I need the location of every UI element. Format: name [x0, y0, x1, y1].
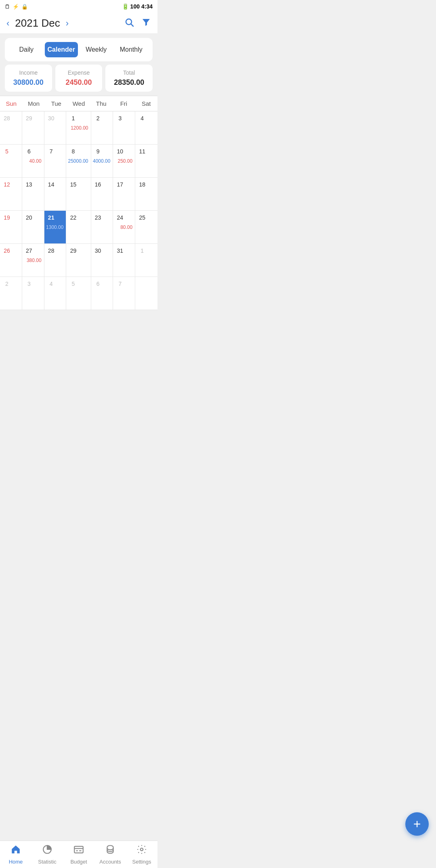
calendar-cell-29[interactable]: 29 — [22, 111, 44, 145]
calendar-cell-16[interactable]: 16 — [91, 178, 113, 211]
calendar-cell-14[interactable]: 14 — [44, 178, 67, 211]
day-number: 28 — [46, 245, 57, 256]
income-label: Income — [8, 69, 49, 76]
calendar-cell-18[interactable]: 18 — [135, 178, 157, 211]
calendar-cell-7[interactable]: 7 — [113, 277, 135, 310]
tab-calender[interactable]: Calender — [45, 42, 78, 57]
calendar-cell-9[interactable]: 94000.00 — [91, 145, 113, 178]
day-number: 10 — [115, 146, 125, 157]
day-number: 29 — [68, 245, 78, 256]
day-number: 8 — [68, 146, 78, 157]
calendar-cell-10[interactable]: 10250.00 — [113, 145, 135, 178]
day-number: 18 — [137, 179, 147, 190]
day-number: 6 — [24, 146, 34, 157]
day-number: 1 — [137, 245, 147, 256]
time-display: 4:34 — [141, 3, 153, 10]
day-number: 2 — [93, 113, 103, 124]
day-number: 11 — [137, 146, 147, 157]
search-icon[interactable] — [124, 17, 134, 29]
calendar-cell-7[interactable]: 7 — [44, 145, 67, 178]
calendar-cell-19[interactable]: 19 — [0, 211, 22, 244]
expense-label: Expense — [59, 69, 99, 76]
calendar-cell-1[interactable]: 11200.00 — [66, 111, 91, 145]
status-icons-left: 🗒 ⚡ 🔒 — [5, 4, 28, 10]
income-value: 30800.00 — [8, 78, 49, 87]
calendar-cell-17[interactable]: 17 — [113, 178, 135, 211]
calendar-cell-12[interactable]: 12 — [0, 178, 22, 211]
status-right: 🔋 100 4:34 — [122, 3, 153, 10]
calendar-cell-6[interactable]: 640.00 — [22, 145, 44, 178]
day-amount: 40.00 — [24, 158, 42, 164]
income-card: Income 30800.00 — [5, 65, 52, 92]
tab-monthly[interactable]: Monthly — [115, 42, 148, 57]
calendar-cell-29[interactable]: 29 — [66, 244, 91, 277]
calendar-cell-24[interactable]: 2480.00 — [113, 211, 135, 244]
calendar-cell-5[interactable]: 5 — [0, 145, 22, 178]
calendar-weekday-header: Sun Mon Tue Wed Thu Fri Sat — [0, 96, 157, 111]
header-actions — [124, 17, 151, 29]
day-number: 24 — [115, 212, 125, 223]
battery-level: 100 — [130, 3, 140, 10]
calendar-cell-11[interactable]: 11 — [135, 145, 157, 178]
day-number: 3 — [115, 113, 125, 124]
day-number: 2 — [2, 279, 12, 289]
calendar-cell-27[interactable]: 27380.00 — [22, 244, 44, 277]
day-amount: 1200.00 — [68, 125, 89, 131]
calendar-cell-8[interactable]: 825000.00 — [66, 145, 91, 178]
total-card: Total 28350.00 — [105, 65, 153, 92]
day-amount: 250.00 — [115, 158, 133, 164]
day-number: 9 — [93, 146, 103, 157]
prev-month-button[interactable]: ‹ — [6, 18, 9, 29]
day-number: 26 — [2, 245, 12, 256]
calendar-cell-2[interactable]: 2 — [0, 277, 22, 310]
calendar-cell-empty[interactable] — [135, 277, 157, 310]
weekday-mon: Mon — [23, 96, 45, 111]
status-bar: 🗒 ⚡ 🔒 🔋 100 4:34 — [0, 0, 157, 13]
day-amount: 380.00 — [24, 258, 42, 263]
day-number: 30 — [46, 113, 57, 124]
battery-icon: 🔋 — [122, 3, 129, 10]
filter-icon[interactable] — [141, 17, 151, 29]
calendar-cell-2[interactable]: 2 — [91, 111, 113, 145]
calendar-cell-4[interactable]: 4 — [44, 277, 67, 310]
lock-icon: 🔒 — [21, 4, 28, 10]
calendar-cell-28[interactable]: 28 — [44, 244, 67, 277]
calendar-cell-13[interactable]: 13 — [22, 178, 44, 211]
calendar-cell-6[interactable]: 6 — [91, 277, 113, 310]
day-number: 28 — [2, 113, 12, 124]
calendar-cell-31[interactable]: 31 — [113, 244, 135, 277]
next-month-button[interactable]: › — [66, 18, 69, 29]
weekday-fri: Fri — [113, 96, 135, 111]
calendar-cell-5[interactable]: 5 — [66, 277, 91, 310]
calendar-cell-20[interactable]: 20 — [22, 211, 44, 244]
day-amount: 4000.00 — [93, 158, 111, 164]
calendar-cell-25[interactable]: 25 — [135, 211, 157, 244]
tab-weekly[interactable]: Weekly — [80, 42, 113, 57]
weekday-sat: Sat — [135, 96, 157, 111]
calendar-cell-21[interactable]: 211300.00 — [44, 211, 67, 244]
calendar-cell-23[interactable]: 23 — [91, 211, 113, 244]
calendar-cell-30[interactable]: 30 — [44, 111, 67, 145]
day-number: 27 — [24, 245, 34, 256]
calendar-cell-3[interactable]: 3 — [22, 277, 44, 310]
calendar-cell-28[interactable]: 28 — [0, 111, 22, 145]
calendar-cell-15[interactable]: 15 — [66, 178, 91, 211]
calendar-cell-22[interactable]: 22 — [66, 211, 91, 244]
day-number: 4 — [46, 279, 57, 289]
tab-daily[interactable]: Daily — [10, 42, 43, 57]
calendar-cell-26[interactable]: 26 — [0, 244, 22, 277]
day-amount: 80.00 — [115, 224, 133, 230]
weekday-thu: Thu — [90, 96, 113, 111]
day-number: 20 — [24, 212, 34, 223]
day-number: 7 — [115, 279, 125, 289]
day-number: 4 — [137, 113, 147, 124]
calendar-cell-3[interactable]: 3 — [113, 111, 135, 145]
day-number: 15 — [68, 179, 78, 190]
calendar-cell-1[interactable]: 1 — [135, 244, 157, 277]
expense-value: 2450.00 — [59, 78, 99, 87]
calendar-cell-4[interactable]: 4 — [135, 111, 157, 145]
day-number: 12 — [2, 179, 12, 190]
calendar-cell-30[interactable]: 30 — [91, 244, 113, 277]
expense-card: Expense 2450.00 — [55, 65, 103, 92]
total-value: 28350.00 — [109, 78, 149, 87]
